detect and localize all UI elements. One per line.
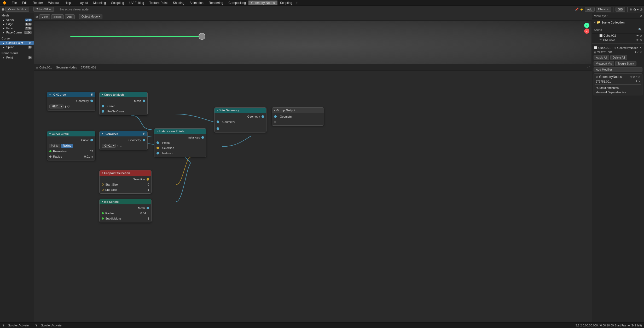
vp-expand-icon[interactable]: ⇄ — [36, 15, 38, 19]
tab-animation[interactable]: Animation — [187, 1, 206, 5]
tab-uv-editing[interactable]: UV Editing — [127, 1, 147, 5]
scene-collection-header[interactable]: ▾ 📁 Scene Collection — [592, 20, 644, 25]
vp-select-menu[interactable]: Select — [51, 14, 64, 19]
shading-mat-icon[interactable]: ● — [637, 8, 639, 11]
mod-close-icon[interactable]: ✕ — [640, 46, 642, 49]
output-attrs-row[interactable]: ▸ Output Attributes — [595, 85, 641, 90]
menu-edit[interactable]: Edit — [19, 1, 30, 5]
menu-render[interactable]: Render — [30, 1, 45, 5]
object-selector[interactable]: Cube.001 ✏ — [33, 7, 54, 12]
menu-blender-icon[interactable]: 🔶 — [0, 1, 9, 5]
object-btn[interactable]: Object ▾ — [596, 7, 611, 12]
cc-tab-radius[interactable]: Radius — [61, 144, 73, 148]
node-ico-sphere[interactable]: ▾ Ico Sphere Mesh Radius 0.04 m Subdivis… — [99, 199, 152, 222]
gnodes-edit-icon[interactable]: ✏ — [636, 76, 638, 78]
toggle-stack-btn[interactable]: Toggle Stack — [615, 61, 636, 66]
es-end-value[interactable]: 1 — [148, 188, 149, 191]
gnc1-sub-selector[interactable]: _GNC... ▾ — [49, 105, 63, 108]
add-workspace-btn[interactable]: + — [296, 1, 298, 5]
gncurve-eye[interactable]: 👁 — [636, 39, 639, 42]
cube002-eye[interactable]: 👁 — [636, 34, 639, 37]
shading-solid-icon[interactable]: ◑ — [633, 8, 636, 11]
jg-collapse-icon[interactable]: ▾ — [217, 109, 218, 112]
es-start-value[interactable]: 0 — [148, 183, 149, 186]
tab-geometry-nodes[interactable]: Geometry Nodes — [248, 1, 277, 5]
is-collapse-icon[interactable]: ▾ — [102, 200, 103, 203]
tab-rendering[interactable]: Rendering — [206, 1, 226, 5]
cube002-row[interactable]: ⬜ Cube.002 👁 ⊙ — [592, 33, 644, 38]
mod-info-icon[interactable]: ℹ — [635, 51, 636, 54]
gnc2-collapse-icon[interactable]: ▾ — [102, 133, 103, 135]
copy-icon[interactable]: ⎘ — [91, 93, 93, 96]
collapse-icon[interactable]: ▾ — [49, 93, 51, 96]
node-curve-circle[interactable]: ▾ Curve Circle Curve Points Radius Resol… — [47, 131, 95, 160]
iop-collapse-icon[interactable]: ▾ — [156, 130, 158, 133]
gnc2-sub-selector[interactable]: _GNC... ▾ — [102, 144, 116, 148]
add-modifier-btn[interactable]: Add Modifier — [594, 67, 642, 72]
viewer-node-selector[interactable]: Viewer Node ▾ — [5, 7, 29, 12]
es-collapse-icon[interactable]: ▾ — [102, 172, 103, 174]
is-radius-value[interactable]: 0.04 m — [140, 212, 149, 215]
add-btn[interactable]: Add — [585, 7, 595, 12]
curve-control-point[interactable]: ▸ Control Point 0 — [0, 41, 34, 45]
gnodes-id-info[interactable]: ℹ — [636, 80, 637, 83]
vp-mode-selector[interactable]: Object Mode ▾ — [79, 14, 102, 19]
gnodes-id-del[interactable]: ✕ — [638, 80, 640, 83]
menu-help[interactable]: Help — [62, 1, 74, 5]
is-subdiv-value[interactable]: 1 — [148, 217, 149, 220]
curve-spline[interactable]: ▸ Spline 0 — [0, 45, 34, 49]
cc-collapse-icon[interactable]: ▾ — [49, 133, 51, 135]
vl-filter-icon[interactable]: ⊕ — [640, 14, 642, 18]
cube002-render[interactable]: ⊙ — [640, 34, 642, 37]
node-gnc-curve-2[interactable]: ▾ _GNCurve ⎘ Geometry _GNC... ▾ 3 🛡 — [99, 131, 148, 150]
node-join-geometry[interactable]: ▾ Join Geometry Geometry Geometry — [214, 107, 266, 133]
gnodes-delete-icon[interactable]: ✕ — [638, 76, 640, 78]
status-left[interactable]: Scroller Activate — [8, 324, 29, 327]
node-endpoint-selection[interactable]: ▾ Endpoint Selection Selection Start Siz… — [99, 170, 152, 194]
breadcrumb-2[interactable]: GeometryNodes — [56, 66, 77, 69]
internal-deps-row[interactable]: ▸ Internal Dependencies — [595, 90, 641, 94]
mesh-edge[interactable]: ▸ Edge 608 — [0, 22, 34, 26]
tab-texture-paint[interactable]: Texture Paint — [147, 1, 170, 5]
tab-sculpting[interactable]: Sculpting — [109, 1, 127, 5]
tab-shading[interactable]: Shading — [170, 1, 187, 5]
viewport-vis-btn[interactable]: Viewport Vis — [594, 61, 614, 66]
mesh-face-corner[interactable]: ▸ Face Corner 1.2K — [0, 30, 34, 34]
tab-scripting[interactable]: Scripting — [277, 1, 295, 5]
vp-view-menu[interactable]: View — [39, 14, 50, 19]
menu-window[interactable]: Window — [45, 1, 62, 5]
gncurve-row[interactable]: 〜 GNCurve 👁 ⊙ — [592, 38, 644, 42]
mesh-face[interactable]: ▸ Face 288 — [0, 26, 34, 30]
mesh-vertex[interactable]: ▸ Vertex 320 — [0, 18, 34, 22]
node-gnc-curve-1[interactable]: ▾ _GNCurve ⎘ Geometry _GNC... ▾ 3 🛡 — [47, 92, 95, 111]
delete-all-btn[interactable]: Delete All — [610, 55, 627, 60]
scene-search-icon[interactable]: 🔍 — [638, 28, 642, 31]
node-group-output[interactable]: ▾ Group Output Geometry — [272, 107, 324, 126]
node-instance-on-points[interactable]: ▾ Instance on Points Instances Points Se… — [154, 128, 206, 157]
shading-rend-icon[interactable]: ◎ — [640, 8, 642, 11]
overlay-icon[interactable]: ⊕ — [630, 8, 632, 11]
pin-icon[interactable]: 📌 — [575, 8, 579, 11]
breadcrumb-1[interactable]: Cube.001 — [39, 66, 52, 69]
gnc2-copy-icon[interactable]: ⎘ — [143, 132, 145, 135]
vp-add-menu[interactable]: Add — [65, 14, 75, 19]
gis-btn[interactable]: GIS — [616, 7, 625, 12]
ctm-collapse-icon[interactable]: ▾ — [102, 93, 103, 96]
mod-apply-icon[interactable]: ✓ — [637, 51, 639, 54]
point-cloud-point[interactable]: ▸ Point 0 — [0, 55, 34, 60]
filter-icon[interactable]: ⚡ — [580, 8, 584, 11]
bc-expand-icon[interactable]: ⇄ — [587, 66, 590, 69]
gnodes-vis-icon[interactable]: 👁 — [630, 76, 633, 78]
menu-file[interactable]: File — [9, 1, 19, 5]
mod-delete-icon[interactable]: ✕ — [640, 51, 642, 54]
cc-tab-points[interactable]: Points — [49, 144, 60, 148]
tab-layout[interactable]: Layout — [76, 1, 91, 5]
node-curve-to-mesh[interactable]: ▾ Curve to Mesh Mesh Curve Profile Curve — [99, 92, 148, 115]
status-right[interactable]: Scroller Activate — [41, 324, 62, 327]
go-collapse-icon[interactable]: ▾ — [274, 109, 275, 112]
cc-resolution-value[interactable]: 32 — [90, 150, 93, 153]
gnodes-render-icon[interactable]: ⊙ — [633, 76, 635, 78]
breadcrumb-3[interactable]: 273751.001 — [81, 66, 96, 69]
tab-compositing[interactable]: Compositing — [226, 1, 248, 5]
gncurve-render[interactable]: ⊙ — [640, 39, 642, 42]
